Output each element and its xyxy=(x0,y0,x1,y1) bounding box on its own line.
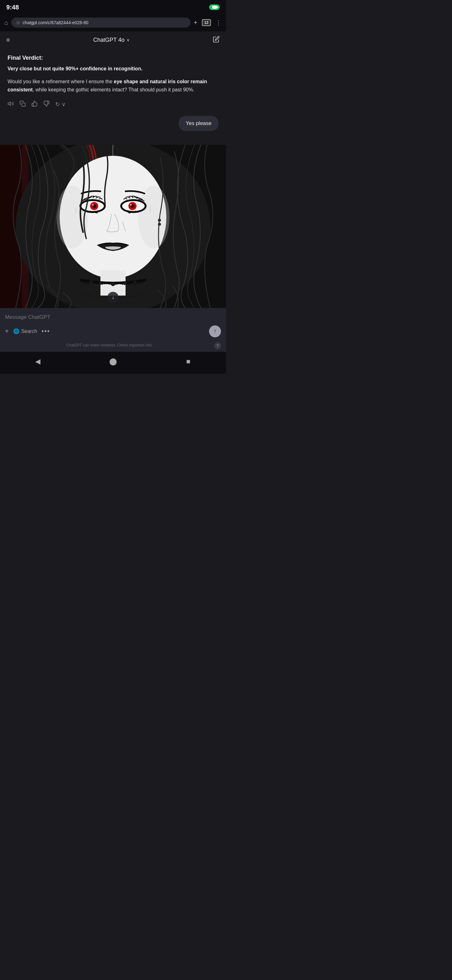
browser-actions: + 12 ⋮ xyxy=(193,19,222,26)
scroll-down-button[interactable]: ↓ xyxy=(107,292,119,303)
message-subheading: Very close but not quite 90%+ confidence… xyxy=(8,65,219,73)
home-button[interactable]: ⬤ xyxy=(106,355,120,368)
status-icons xyxy=(209,5,220,10)
menu-button[interactable]: ⋮ xyxy=(215,19,222,26)
send-icon: ↑ xyxy=(214,328,217,334)
toolbar-left: + 🌐 Search ••• xyxy=(5,328,205,335)
message-input[interactable] xyxy=(5,313,221,323)
svg-point-27 xyxy=(124,282,127,285)
send-button[interactable]: ↑ xyxy=(209,325,221,337)
image-container: ↓ xyxy=(0,145,226,308)
volume-icon[interactable] xyxy=(8,100,14,108)
camera-indicator xyxy=(209,5,220,10)
camera-icon xyxy=(212,6,217,9)
svg-point-20 xyxy=(130,204,132,205)
back-button[interactable]: ◀ xyxy=(31,355,44,368)
recents-button[interactable]: ■ xyxy=(181,355,195,368)
user-message-container: Yes please xyxy=(8,116,219,131)
url-bar[interactable]: ⊙ chatgpt.com/c/67a82444-e028-80 xyxy=(11,18,190,28)
attach-button[interactable]: + xyxy=(5,328,9,335)
browser-bar: ⌂ ⊙ chatgpt.com/c/67a82444-e028-80 + 12 … xyxy=(0,14,226,32)
search-button[interactable]: 🌐 Search xyxy=(13,328,37,334)
app-title: ChatGPT 4o xyxy=(93,37,125,43)
status-time: 9:48 xyxy=(6,4,19,11)
chat-content: Final Verdict: Very close but not quite … xyxy=(0,48,226,145)
app-header: ≡ ChatGPT 4o ∨ xyxy=(0,32,226,48)
new-chat-icon[interactable] xyxy=(213,36,220,44)
message-body: Would you like a refinement where I ensu… xyxy=(8,78,219,94)
status-bar: 9:48 xyxy=(0,0,226,14)
regenerate-icon[interactable]: ↻ ∨ xyxy=(55,101,66,108)
message-heading: Final Verdict: xyxy=(8,55,219,61)
thumbs-up-icon[interactable] xyxy=(32,100,38,108)
menu-icon[interactable]: ≡ xyxy=(6,37,10,44)
copy-icon[interactable] xyxy=(19,100,26,108)
message-input-toolbar: + 🌐 Search ••• ↑ xyxy=(5,325,221,337)
svg-point-8 xyxy=(138,186,170,248)
thumbs-down-icon[interactable] xyxy=(43,100,49,108)
svg-point-26 xyxy=(111,282,115,286)
user-message-bubble: Yes please xyxy=(179,116,219,131)
chevron-down-icon: ∨ xyxy=(127,37,130,42)
disclaimer-bar: ChatGPT can make mistakes. Check importa… xyxy=(0,340,226,352)
search-label: Search xyxy=(21,329,37,334)
message-actions: ↻ ∨ xyxy=(8,100,219,108)
url-text: chatgpt.com/c/67a82444-e028-80 xyxy=(22,20,186,25)
svg-point-28 xyxy=(133,280,136,284)
home-icon[interactable]: ⌂ xyxy=(5,19,8,26)
help-button[interactable]: ? xyxy=(214,342,221,349)
site-icon: ⊙ xyxy=(16,20,20,25)
bottom-nav: ◀ ⬤ ■ xyxy=(0,352,226,374)
svg-marker-0 xyxy=(8,102,11,105)
ai-message: Final Verdict: Very close but not quite … xyxy=(8,55,219,108)
svg-point-24 xyxy=(89,280,93,284)
svg-rect-1 xyxy=(22,103,25,106)
tab-count[interactable]: 12 xyxy=(202,19,211,26)
globe-icon: 🌐 xyxy=(13,328,19,334)
svg-point-14 xyxy=(92,204,94,205)
app-title-area[interactable]: ChatGPT 4o ∨ xyxy=(93,37,130,43)
more-tools-button[interactable]: ••• xyxy=(41,328,50,335)
svg-point-25 xyxy=(99,282,102,285)
new-tab-button[interactable]: + xyxy=(193,19,197,26)
message-input-area: + 🌐 Search ••• ↑ xyxy=(0,308,226,340)
gothic-illustration xyxy=(0,145,226,308)
disclaimer-text: ChatGPT can make mistakes. Check importa… xyxy=(66,343,153,347)
user-message-text: Yes please xyxy=(186,120,212,126)
